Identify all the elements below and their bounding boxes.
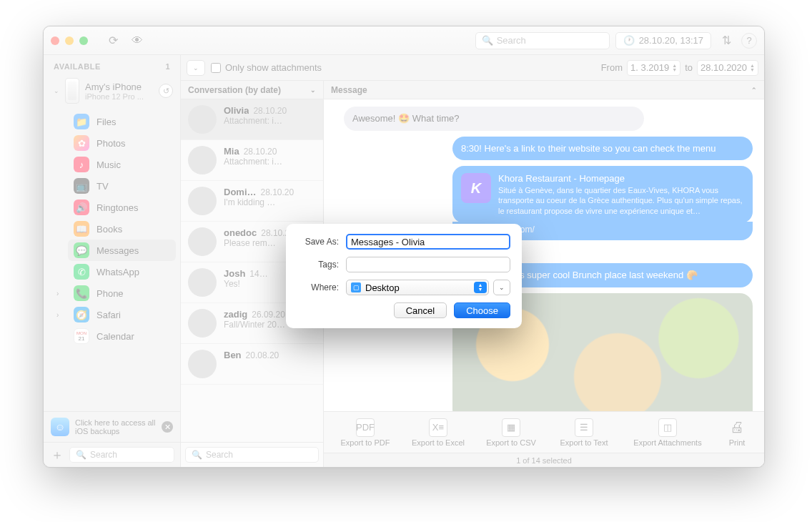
link-preview-card[interactable]: K Khora Restaurant - Homepage Situé à Ge… [452, 166, 753, 223]
history-icon[interactable]: ↺ [159, 84, 173, 98]
conversation-row[interactable]: Domi…28.10.20I'm kidding … [181, 181, 323, 222]
device-name: Amy's iPhone [85, 82, 153, 92]
view-options-dropdown[interactable]: ⌄ [187, 60, 205, 76]
conversation-name: zadig [224, 309, 247, 320]
attachments-only-checkbox[interactable] [211, 63, 221, 73]
expand-locations-button[interactable]: ⌄ [493, 280, 510, 295]
transfer-icon[interactable]: ⇅ [717, 32, 736, 49]
close-window-button[interactable] [51, 36, 59, 45]
export-excel-button[interactable]: X≡Export to Excel [410, 418, 467, 447]
chevron-right-icon: › [56, 311, 59, 319]
minimize-window-button[interactable] [65, 36, 74, 45]
date-to-field[interactable]: 28.10.2020 ▲▼ [697, 60, 758, 76]
choose-button[interactable]: Choose [454, 302, 510, 318]
ringtones-icon: 🔊 [74, 200, 89, 215]
sidebar-item-label: Books [96, 224, 122, 235]
tags-input[interactable] [346, 257, 510, 272]
backups-banner[interactable]: ☺ Click here to access all iOS backups ✕ [44, 412, 180, 443]
select-caret-icon: ▲▼ [474, 282, 487, 293]
whatsapp-icon: ✆ [74, 264, 89, 280]
sidebar-item-books[interactable]: 📖Books [68, 218, 176, 240]
toolbar-search[interactable]: 🔍 Search [475, 32, 610, 49]
close-icon[interactable]: ✕ [162, 421, 173, 433]
sidebar-item-label: Safari [96, 310, 121, 320]
sidebar-item-ringtones[interactable]: 🔊Ringtones [68, 197, 176, 218]
export-pdf-button[interactable]: PDFExport to PDF [337, 418, 394, 447]
where-label: Where: [297, 282, 339, 292]
books-icon: 📖 [74, 221, 89, 237]
date-from-value: 1. 3.2019 [630, 62, 669, 73]
window-controls [51, 36, 88, 45]
avatar [188, 227, 217, 256]
titlebar: ⟳ 👁 🔍 Search 🕐 28.10.20, 13:17 ⇅ ? [44, 26, 764, 55]
sidebar-item-phone[interactable]: ›📞Phone [68, 282, 176, 304]
avatar [188, 105, 217, 134]
export-label: Export to Excel [412, 438, 465, 447]
tv-icon: 📺 [74, 178, 89, 194]
sidebar-item-whatsapp[interactable]: ✆WhatsApp [68, 261, 176, 282]
sidebar-item-label: Calendar [96, 331, 134, 342]
sidebar-item-music[interactable]: ♪Music [68, 154, 176, 175]
attachments-only-toggle[interactable]: Only show attachments [211, 62, 322, 73]
conversation-name: Olivia [224, 105, 249, 116]
photos-icon: ✿ [74, 135, 89, 151]
conversation-row[interactable]: Olivia28.10.20Attachment: i… [181, 99, 323, 140]
safari-icon: 🧭 [74, 307, 89, 322]
search-icon: 🔍 [482, 35, 493, 46]
conversation-date: 28.10.20 [261, 187, 294, 197]
conversation-header[interactable]: Conversation (by date) ⌄ [181, 81, 323, 99]
selection-status: 1 of 14 selected [516, 456, 572, 465]
button-label: Choose [466, 305, 498, 316]
toolbar-datetime-picker[interactable]: 🕐 28.10.20, 13:17 [615, 32, 711, 49]
chevron-down-icon: ⌄ [499, 284, 505, 291]
export-csv-button[interactable]: ▦Export to CSV [482, 418, 540, 447]
stepper-icon[interactable]: ▲▼ [669, 64, 677, 72]
sidebar-device[interactable]: ⌄ Amy's iPhone iPhone 12 Pro ... ↺ [44, 74, 180, 108]
refresh-icon[interactable]: ⟳ [104, 32, 122, 49]
sidebar-item-files[interactable]: 📁Files [68, 111, 176, 132]
sidebar-footer: ☺ Click here to access all iOS backups ✕… [44, 411, 180, 467]
stepper-icon[interactable]: ▲▼ [747, 64, 755, 72]
folder-icon: 📁 [74, 114, 89, 129]
print-button[interactable]: 🖨Print [723, 418, 751, 447]
sidebar-search[interactable]: 🔍 Search [69, 447, 174, 463]
conversation-search[interactable]: 🔍 Search [185, 447, 319, 463]
tags-label: Tags: [297, 260, 339, 270]
sidebar-item-tv[interactable]: 📺TV [68, 175, 176, 197]
sidebar-item-label: Phone [96, 288, 124, 299]
date-from-field[interactable]: 1. 3.2019 ▲▼ [627, 60, 680, 76]
export-attachments-button[interactable]: ◫Export Attachments [628, 418, 707, 447]
toolbar-search-placeholder: Search [497, 35, 526, 46]
search-icon: 🔍 [76, 450, 86, 460]
sidebar-item-safari[interactable]: ›🧭Safari [68, 304, 176, 325]
help-icon[interactable]: ? [741, 33, 757, 49]
sidebar-header: AVAILABLE 1 [44, 55, 180, 74]
cancel-button[interactable]: Cancel [394, 302, 447, 318]
zoom-window-button[interactable] [79, 36, 88, 45]
message-header[interactable]: Message ⌃ [324, 81, 764, 99]
conversation-row[interactable]: Ben20.08.20 [181, 344, 323, 385]
chevron-down-icon: ⌄ [310, 87, 316, 94]
saveas-label: Save As: [297, 237, 339, 247]
conversation-header-label: Conversation (by date) [188, 85, 281, 95]
saveas-input[interactable] [346, 234, 510, 250]
link-description: Situé à Genève, dans le quartier des Eau… [498, 185, 744, 216]
add-source-button[interactable]: ＋ [49, 447, 65, 463]
filter-bar: ⌄ Only show attachments From 1. 3.2019 ▲… [181, 55, 764, 81]
export-text-button[interactable]: ☰Export to Text [555, 418, 613, 447]
export-label: Export to CSV [486, 438, 536, 447]
sidebar-item-messages[interactable]: 💬Messages [68, 240, 176, 261]
avatar [188, 309, 217, 338]
preview-icon[interactable]: 👁 [128, 32, 147, 49]
where-select[interactable]: ▢ Desktop ▲▼ [346, 280, 489, 295]
sidebar-item-label: Music [96, 159, 121, 170]
chevron-up-icon: ⌃ [751, 87, 757, 94]
avatar [188, 146, 217, 174]
avatar [188, 350, 217, 378]
sidebar-item-calendar[interactable]: MON21Calendar [68, 325, 176, 347]
message-header-label: Message [331, 85, 367, 95]
conversation-row[interactable]: Mia28.10.20Attachment: i… [181, 140, 323, 181]
avatar [188, 187, 217, 215]
sidebar-header-label: AVAILABLE [54, 62, 101, 71]
sidebar-item-photos[interactable]: ✿Photos [68, 132, 176, 154]
